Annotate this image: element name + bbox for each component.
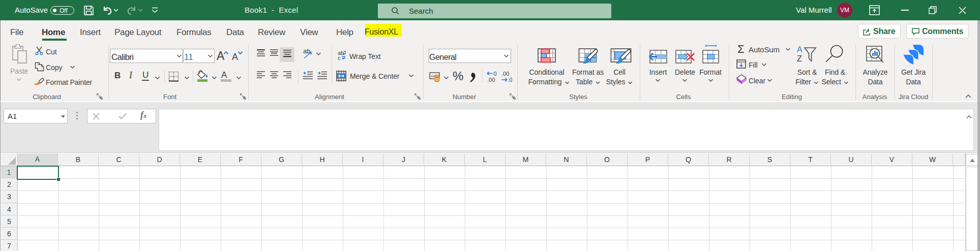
svg-text:c: c	[338, 55, 341, 60]
svg-text:.0: .0	[508, 77, 513, 82]
svg-text:Z: Z	[797, 54, 802, 63]
svg-text:cc: cc	[431, 74, 435, 78]
svg-text:.00: .00	[487, 77, 495, 82]
svg-text:0: 0	[494, 71, 497, 77]
svg-text:.00: .00	[501, 71, 509, 77]
svg-text:A: A	[797, 45, 803, 54]
